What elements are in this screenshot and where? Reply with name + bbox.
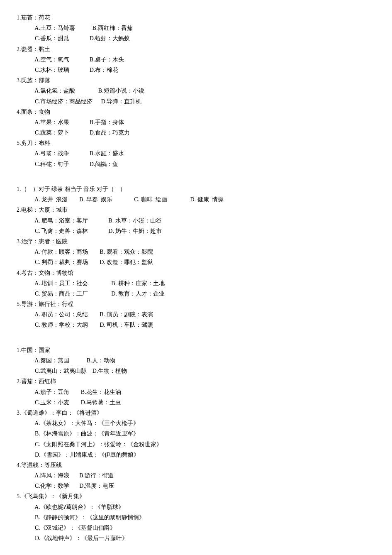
q2-4-optAB: A. 培训：员工：社会 B. 耕种：庄家：土地 [29,278,375,289]
q3-3-optD: D.《雪园》：川端康成：《伊豆的舞娘》 [29,450,375,460]
q1-3-optCD: C.市场经济：商品经济 D.导弹：直升机 [29,96,375,107]
q3-2-title: 2.蕃茄：西红柿 [17,376,375,386]
q3-4-title: 4.等温线：等压线 [17,460,375,470]
q2-5-optAB: A. 职员：公司：总结 B. 演员：剧院：表演 [29,309,375,320]
q2-2-optAB: A. 肥皂：浴室：客厅 B. 水草：小溪：山谷 [29,215,375,226]
q1-5-title: 5.剪刀：布料 [17,138,375,148]
q1-4-optAB: A.苹果：水果 B.手指：身体 [29,117,375,127]
q3-5-title: 5.《飞鸟集》：《新月集》 [17,491,375,501]
q1-1-title: 1.茄苔：荷花 [17,12,375,23]
q1-2-optAB: A.空气：氧气 B.桌子：木头 [29,54,375,65]
q3-5-optD: D.《战地钟声》：《最后一片藤叶》 [29,533,375,543]
section-1: 1.茄苔：荷花 A.土豆：马铃薯 B.西红柿：番茄 C.香瓜：甜瓜 D.蚯蚓：大… [17,12,375,169]
q2-4-title: 4.考古：文物：博物馆 [17,268,375,278]
q2-3-optCD: C. 判罚：裁判：赛场 D. 改造：罪犯：监狱 [29,257,375,267]
q2-1-title: 1.（ ）对于 绿茶 相当于 音乐 对于（ ） [17,184,375,194]
q3-2-optC: C.玉米：小麦 D.马铃薯：土豆 [29,397,375,408]
q1-2-title: 2.瓷器：黏土 [17,44,375,54]
q1-4-optCD: C.蔬菜：萝卜 D.食品：巧克力 [29,127,375,138]
q3-5-optC: C.《双城记》：《基督山伯爵》 [29,523,375,533]
q3-3-optA: A.《茶花女》：大仲马：《三个火枪手》 [29,418,375,428]
q3-3-optB: B.《林海雪原》：曲波：《青年近卫军》 [29,428,375,439]
q3-1-title: 1.中国：国家 [17,345,375,355]
q2-2-optCD: C. 飞禽：走兽：森林 D. 奶牛：牛奶：超市 [29,226,375,236]
q2-3-title: 3.治疗：患者：医院 [17,236,375,247]
q3-3-title: 3.《蜀道难》：李白：《将进酒》 [17,408,375,418]
main-content: 1.茄苔：荷花 A.土豆：马铃薯 B.西红柿：番茄 C.香瓜：甜瓜 D.蚯蚓：大… [17,12,375,555]
q3-5-optA: A.《欧也妮?葛朗台》：《羊脂球》 [29,502,375,512]
q3-1-optCD: C.武夷山：武夷山脉 D.生物：植物 [29,366,375,376]
q1-3-title: 3.氏族：部落 [17,75,375,86]
q3-1-optAB: A.秦国：燕国 B.人：动物 [29,355,375,366]
section-2: 1.（ ）对于 绿茶 相当于 音乐 对于（ ） A. 龙井 浪漫 B. 早春 娱… [17,184,375,330]
q2-5-title: 5.导游：旅行社：行程 [17,299,375,309]
q1-1-optAB: A.土豆：马铃薯 B.西红柿：番茄 [29,23,375,33]
q2-4-optCD: C. 贸易：商品：工厂 D. 教育：人才：企业 [29,289,375,299]
q1-2-optCD: C.水杯：玻璃 D.布：棉花 [29,65,375,75]
q2-5-optCD: C. 教师：学校：大纲 D. 司机：车队：驾照 [29,320,375,330]
q3-2-optA: A.茄子：豆角 B.花生：花生油 [29,387,375,397]
q3-4-optCD: C.化学：数学 D.温度：电压 [29,481,375,491]
q3-5-optB: B.《静静的顿河》：《这里的黎明静悄悄》 [29,512,375,523]
q1-5-optAB: A.弓箭：战争 B.水缸：盛水 [29,148,375,159]
q3-4-optAB: A.阵风：海浪 B.游行：街道 [29,470,375,481]
q1-1-optCD: C.香瓜：甜瓜 D.蚯蚓：大蚂蚁 [29,33,375,44]
q1-3-optAB: A.氯化氢：盐酸 B.短篇小说：小说 [29,86,375,96]
q3-3-optC: C.《太阳照在桑干河上》：张爱玲：《金粉世家》 [29,439,375,450]
q1-4-title: 4.面条：食物 [17,107,375,117]
q1-5-optCD: C.秤砣：钉子 D.鸬鹚：鱼 [29,159,375,169]
section-3: 1.中国：国家 A.秦国：燕国 B.人：动物 C.武夷山：武夷山脉 D.生物：植… [17,345,375,544]
q2-1-opts: A. 龙井 浪漫 B. 早春 娱乐 C. 咖啡 绘画 D. 健康 情操 [29,194,375,205]
q2-2-title: 2.电梯：大厦：城市 [17,205,375,215]
q2-3-optAB: A. 付款：顾客：商场 B. 观看：观众：影院 [29,247,375,257]
